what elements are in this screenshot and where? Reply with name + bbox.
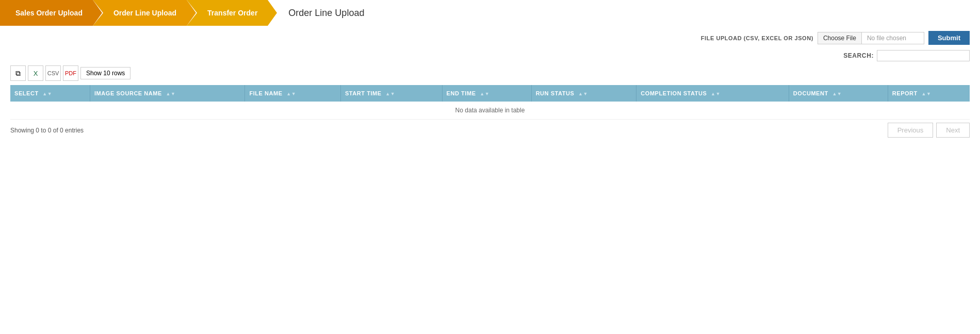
csv-icon: CSV <box>47 70 59 76</box>
sort-icon-run-status: ▲▼ <box>578 91 588 96</box>
sort-icon-select: ▲▼ <box>42 91 52 96</box>
col-end-time[interactable]: END TIME ▲▼ <box>442 85 531 102</box>
sort-icon-start-time: ▲▼ <box>385 91 395 96</box>
col-document-label: DOCUMENT <box>793 90 828 96</box>
excel-icon-button[interactable]: X <box>28 65 43 81</box>
search-row: SEARCH: <box>10 50 970 61</box>
col-image-source-label: IMAGE SOURCE NAME <box>94 90 162 96</box>
search-label: SEARCH: <box>843 52 874 59</box>
col-end-time-label: END TIME <box>447 90 476 96</box>
search-input[interactable] <box>877 50 970 61</box>
col-completion-status-label: COMPLETION STATUS <box>641 90 707 96</box>
submit-button[interactable]: Submit <box>928 31 970 45</box>
table-header-row: SELECT ▲▼ IMAGE SOURCE NAME ▲▼ FILE NAME… <box>10 85 970 102</box>
file-upload-row: FILE UPLOAD (CSV, EXCEL OR JSON) Choose … <box>10 31 970 45</box>
pagination: Previous Next <box>888 123 970 138</box>
pdf-icon: PDF <box>65 70 76 76</box>
col-document[interactable]: DOCUMENT ▲▼ <box>789 85 888 102</box>
sort-icon-report: ▲▼ <box>922 91 932 96</box>
file-name-display: No file chosen <box>862 32 924 44</box>
col-file-name[interactable]: FILE NAME ▲▼ <box>245 85 341 102</box>
col-report-label: REPORT <box>892 90 918 96</box>
toolbar-row: ⧉ X CSV PDF Show 10 rows <box>10 65 970 81</box>
entries-info: Showing 0 to 0 of 0 entries <box>10 127 84 134</box>
col-run-status[interactable]: RUN STATUS ▲▼ <box>531 85 636 102</box>
col-report[interactable]: REPORT ▲▼ <box>888 85 970 102</box>
col-select-label: SELECT <box>14 90 39 96</box>
table-header: SELECT ▲▼ IMAGE SOURCE NAME ▲▼ FILE NAME… <box>10 85 970 102</box>
col-run-status-label: RUN STATUS <box>536 90 575 96</box>
table-footer: Showing 0 to 0 of 0 entries Previous Nex… <box>10 123 970 138</box>
breadcrumb-nav: Sales Order Upload Order Line Upload Tra… <box>0 0 980 26</box>
sort-icon-image-source: ▲▼ <box>166 91 176 96</box>
breadcrumb-sales-order-upload[interactable]: Sales Order Upload <box>0 0 93 26</box>
data-table: SELECT ▲▼ IMAGE SOURCE NAME ▲▼ FILE NAME… <box>10 85 970 120</box>
main-content: FILE UPLOAD (CSV, EXCEL OR JSON) Choose … <box>0 26 980 143</box>
pdf-icon-button[interactable]: PDF <box>63 65 78 81</box>
col-start-time-label: START TIME <box>345 90 382 96</box>
col-start-time[interactable]: START TIME ▲▼ <box>340 85 442 102</box>
breadcrumb-order-line-upload[interactable]: Order Line Upload <box>93 0 187 26</box>
show-rows-button[interactable]: Show 10 rows <box>80 67 130 79</box>
no-data-row: No data available in table <box>10 102 970 120</box>
next-button[interactable]: Next <box>936 123 970 138</box>
col-file-name-label: FILE NAME <box>249 90 282 96</box>
breadcrumb-transfer-order[interactable]: Transfer Order <box>187 0 268 26</box>
breadcrumb-label-transfer: Transfer Order <box>207 9 257 17</box>
file-input-wrapper: Choose File No file chosen <box>818 32 924 44</box>
col-completion-status[interactable]: COMPLETION STATUS ▲▼ <box>636 85 789 102</box>
choose-file-button[interactable]: Choose File <box>818 32 862 44</box>
page-title: Order Line Upload <box>268 8 364 19</box>
breadcrumb-label-sales-order: Sales Order Upload <box>15 9 83 17</box>
no-data-message: No data available in table <box>10 102 970 120</box>
col-image-source-name[interactable]: IMAGE SOURCE NAME ▲▼ <box>90 85 244 102</box>
breadcrumb-label-order-line: Order Line Upload <box>113 9 176 17</box>
sort-icon-completion-status: ▲▼ <box>711 91 721 96</box>
excel-icon: X <box>34 70 38 77</box>
file-upload-label: FILE UPLOAD (CSV, EXCEL OR JSON) <box>701 35 813 41</box>
sort-icon-file-name: ▲▼ <box>286 91 296 96</box>
sort-icon-end-time: ▲▼ <box>480 91 489 96</box>
copy-icon: ⧉ <box>15 69 21 78</box>
csv-icon-button[interactable]: CSV <box>45 65 61 81</box>
col-select[interactable]: SELECT ▲▼ <box>10 85 90 102</box>
table-body: No data available in table <box>10 102 970 120</box>
sort-icon-document: ▲▼ <box>832 91 842 96</box>
previous-button[interactable]: Previous <box>888 123 934 138</box>
copy-icon-button[interactable]: ⧉ <box>10 65 26 81</box>
